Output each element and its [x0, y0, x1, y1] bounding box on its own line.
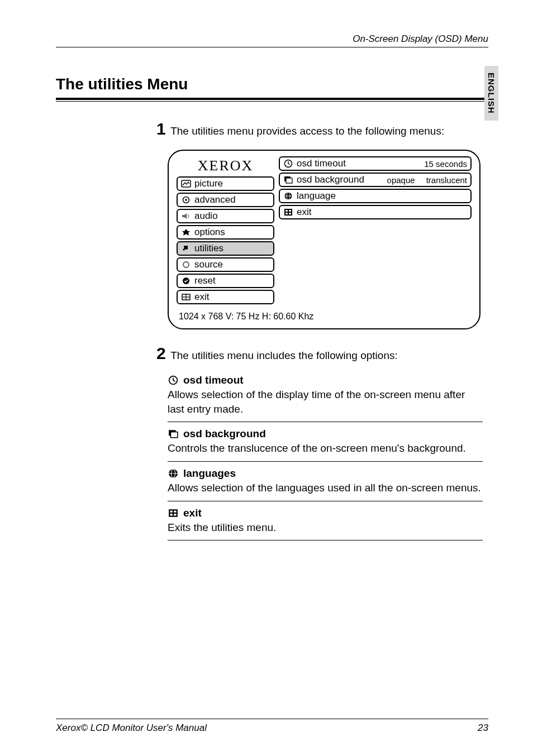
osd-menu-box: XEROX picture advanced audio [168, 150, 480, 329]
step-1: 1 The utilities menu provides access to … [156, 119, 483, 138]
submenu-label: osd timeout [297, 158, 346, 169]
options-icon [181, 228, 191, 237]
grid-exit-icon [283, 208, 293, 217]
submenu-value-a: opaque [387, 175, 415, 185]
svg-rect-26 [170, 510, 173, 512]
option-languages: languages Allows selection of the langua… [168, 467, 483, 501]
footer-left: Xerox© LCD Monitor User's Manual [56, 722, 207, 734]
clock-icon [168, 375, 179, 385]
step-1-text: The utilities menu provides access to th… [170, 125, 444, 137]
svg-rect-16 [289, 210, 291, 212]
step-2-number: 2 [156, 344, 166, 363]
option-title: languages [183, 467, 236, 480]
option-title: exit [183, 507, 202, 519]
osd-right-column: osd timeout 15 seconds osd background op… [279, 156, 472, 306]
submenu-osd-background[interactable]: osd background opaque translucent [279, 173, 472, 187]
globe-icon [168, 468, 179, 479]
submenu-label: osd background [297, 174, 364, 185]
source-icon [181, 260, 191, 269]
option-osd-background: osd background Controls the translucence… [168, 428, 483, 462]
menu-label: reset [194, 275, 216, 286]
page-header: On-Screen Display (OSD) Menu [56, 34, 488, 47]
svg-rect-17 [285, 213, 288, 214]
svg-rect-25 [169, 509, 178, 517]
menu-advanced[interactable]: advanced [177, 193, 274, 207]
option-osd-timeout: osd timeout Allows selection of the disp… [168, 374, 483, 422]
option-title: osd timeout [183, 374, 244, 386]
menu-options[interactable]: options [177, 225, 274, 240]
submenu-language[interactable]: language [279, 189, 472, 203]
window-icon [168, 429, 179, 439]
content-area: 1 The utilities menu provides access to … [156, 119, 483, 540]
svg-rect-10 [286, 178, 292, 183]
option-desc: Allows selection of the languages used i… [168, 481, 483, 495]
submenu-value: 15 seconds [424, 159, 467, 169]
header-text: On-Screen Display (OSD) Menu [353, 34, 488, 45]
option-title: osd background [183, 428, 266, 440]
clock-icon [283, 159, 293, 168]
title-rule [56, 98, 488, 102]
menu-audio[interactable]: audio [177, 209, 274, 223]
menu-label: audio [194, 210, 218, 222]
menu-reset[interactable]: reset [177, 274, 274, 288]
audio-icon [181, 212, 191, 221]
picture-icon [181, 179, 191, 188]
step-2: 2 The utilities menu includes the follow… [156, 344, 483, 363]
window-icon [283, 175, 293, 184]
svg-rect-21 [171, 432, 178, 438]
grid-exit-icon [168, 508, 179, 518]
menu-label: advanced [194, 194, 236, 205]
menu-exit[interactable]: exit [177, 290, 274, 304]
option-desc: Controls the translucence of the on-scre… [168, 441, 483, 456]
submenu-exit[interactable]: exit [279, 205, 472, 219]
submenu-value-b: translucent [426, 175, 467, 185]
reset-icon [181, 276, 191, 285]
utilities-icon [181, 244, 191, 253]
svg-rect-18 [289, 213, 291, 214]
option-exit: exit Exits the utilities menu. [168, 507, 483, 541]
osd-brand: XEROX [177, 156, 274, 176]
menu-picture[interactable]: picture [177, 176, 274, 191]
svg-rect-27 [174, 510, 177, 512]
advanced-icon [181, 195, 191, 204]
page-title: The utilities Menu [56, 75, 488, 93]
menu-label: source [194, 259, 223, 270]
submenu-label: language [297, 190, 336, 202]
language-tab: ENGLISH [484, 66, 498, 121]
globe-icon [283, 192, 293, 200]
osd-left-column: XEROX picture advanced audio [177, 156, 274, 306]
svg-rect-15 [285, 210, 288, 212]
menu-source[interactable]: source [177, 257, 274, 272]
svg-rect-28 [170, 514, 173, 515]
option-desc: Exits the utilities menu. [168, 520, 483, 535]
svg-point-2 [185, 199, 187, 201]
menu-utilities[interactable]: utilities [177, 241, 274, 256]
svg-rect-14 [284, 209, 292, 216]
page-number: 23 [478, 722, 488, 734]
page-footer: Xerox© LCD Monitor User's Manual 23 [56, 719, 488, 734]
menu-label: exit [194, 291, 209, 303]
option-desc: Allows selection of the display time of … [168, 387, 483, 416]
menu-label: utilities [194, 243, 223, 254]
step-2-text: The utilities menu includes the followin… [170, 350, 398, 361]
exit-icon [181, 293, 191, 302]
menu-label: options [194, 227, 225, 238]
svg-point-3 [183, 262, 189, 267]
submenu-label: exit [297, 207, 311, 218]
step-1-number: 1 [156, 119, 166, 138]
menu-label: picture [194, 178, 223, 189]
submenu-osd-timeout[interactable]: osd timeout 15 seconds [279, 156, 472, 171]
svg-rect-29 [174, 514, 177, 515]
osd-status: 1024 x 768 V: 75 Hz H: 60.60 Khz [179, 312, 472, 322]
